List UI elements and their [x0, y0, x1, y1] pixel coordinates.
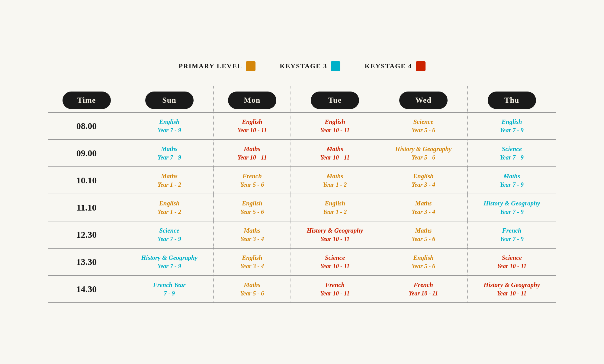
year-range: Year 7 - 9 [471, 236, 553, 243]
schedule-cell-r1-c3: History & GeographyYear 5 - 6 [379, 140, 467, 167]
day-pill-sun: Sun [145, 92, 194, 109]
legend-color-box-0 [246, 61, 255, 71]
day-pill-wed: Wed [399, 92, 448, 109]
schedule-cell-r5-c3: EnglishYear 5 - 6 [379, 248, 467, 275]
subject-name: History & Geography [471, 281, 553, 289]
year-range: Year 3 - 4 [217, 236, 288, 243]
legend-label-1: KEYSTAGE 3 [280, 62, 327, 70]
subject-name: French [217, 172, 288, 180]
year-range: Year 3 - 4 [382, 181, 464, 188]
subject-name: Science [128, 227, 210, 234]
year-range: 7 - 9 [128, 290, 210, 297]
schedule-cell-r1-c2: MathsYear 10 - 11 [291, 140, 379, 167]
year-range: Year 7 - 9 [128, 154, 210, 161]
schedule-cell-r6-c0: French Year7 - 9 [125, 275, 214, 303]
year-range: Year 10 - 11 [294, 236, 376, 243]
schedule-cell-r6-c2: FrenchYear 10 - 11 [291, 275, 379, 303]
year-range: Year 5 - 6 [382, 127, 464, 134]
subject-name: History & Geography [382, 145, 464, 153]
schedule-cell-r2-c0: MathsYear 1 - 2 [125, 167, 214, 194]
subject-name: History & Geography [128, 254, 210, 262]
table-row: 10.10MathsYear 1 - 2FrenchYear 5 - 6Math… [48, 167, 556, 194]
time-cell-2: 10.10 [48, 167, 125, 194]
schedule-cell-r3-c0: EnglishYear 1 - 2 [125, 194, 214, 221]
table-row: 09.00MathsYear 7 - 9MathsYear 10 - 11Mat… [48, 140, 556, 167]
subject-name: English [217, 118, 288, 126]
day-pill-thu: Thu [488, 92, 536, 109]
time-cell-4: 12.30 [48, 221, 125, 248]
year-range: Year 5 - 6 [382, 154, 464, 161]
schedule-cell-r1-c1: MathsYear 10 - 11 [214, 140, 291, 167]
subject-name: French [382, 281, 464, 289]
legend: PRIMARY LEVELKEYSTAGE 3KEYSTAGE 4 [48, 61, 556, 71]
page-container: PRIMARY LEVELKEYSTAGE 3KEYSTAGE 4 TimeSu… [30, 49, 574, 315]
year-range: Year 7 - 9 [128, 236, 210, 243]
header-time: Time [48, 86, 125, 112]
subject-name: French Year [128, 281, 210, 289]
legend-color-box-2 [416, 61, 426, 71]
schedule-cell-r2-c3: EnglishYear 3 - 4 [379, 167, 467, 194]
subject-name: English [217, 254, 288, 262]
legend-item-1: KEYSTAGE 3 [280, 61, 340, 71]
year-range: Year 3 - 4 [382, 208, 464, 215]
year-range: Year 10 - 11 [471, 263, 553, 270]
subject-name: Maths [382, 227, 464, 234]
schedule-cell-r4-c0: ScienceYear 7 - 9 [125, 221, 214, 248]
schedule-cell-r0-c2: EnglishYear 10 - 11 [291, 112, 379, 140]
schedule-cell-r3-c1: EnglishYear 5 - 6 [214, 194, 291, 221]
subject-name: English [382, 254, 464, 262]
year-range: Year 7 - 9 [471, 208, 553, 215]
subject-name: English [471, 118, 553, 126]
legend-label-2: KEYSTAGE 4 [365, 62, 412, 70]
subject-name: English [128, 200, 210, 207]
day-pill-time: Time [63, 92, 111, 109]
subject-name: English [294, 118, 376, 126]
schedule-cell-r3-c3: MathsYear 3 - 4 [379, 194, 467, 221]
day-pill-mon: Mon [228, 92, 276, 109]
time-cell-6: 14.30 [48, 275, 125, 303]
table-row: 14.30French Year7 - 9MathsYear 5 - 6Fren… [48, 275, 556, 303]
header-wed: Wed [379, 86, 467, 112]
subject-name: Maths [217, 145, 288, 153]
subject-name: Maths [128, 172, 210, 180]
year-range: Year 10 - 11 [294, 263, 376, 270]
year-range: Year 1 - 2 [128, 208, 210, 215]
subject-name: Maths [382, 200, 464, 207]
year-range: Year 7 - 9 [471, 181, 553, 188]
header-tue: Tue [291, 86, 379, 112]
schedule-cell-r6-c4: History & GeographyYear 10 - 11 [467, 275, 556, 303]
year-range: Year 5 - 6 [217, 181, 288, 188]
schedule-cell-r0-c1: EnglishYear 10 - 11 [214, 112, 291, 140]
subject-name: Science [471, 145, 553, 153]
schedule-cell-r4-c2: History & GeographyYear 10 - 11 [291, 221, 379, 248]
subject-name: History & Geography [471, 200, 553, 207]
schedule-cell-r5-c0: History & GeographyYear 7 - 9 [125, 248, 214, 275]
subject-name: Maths [217, 281, 288, 289]
subject-name: Maths [217, 227, 288, 234]
time-cell-0: 08.00 [48, 112, 125, 140]
schedule-cell-r2-c1: FrenchYear 5 - 6 [214, 167, 291, 194]
schedule-cell-r6-c3: FrenchYear 10 - 11 [379, 275, 467, 303]
subject-name: French [294, 281, 376, 289]
subject-name: History & Geography [294, 227, 376, 234]
subject-name: English [294, 200, 376, 207]
schedule-cell-r1-c4: ScienceYear 7 - 9 [467, 140, 556, 167]
subject-name: French [471, 227, 553, 234]
table-row: 08.00EnglishYear 7 - 9EnglishYear 10 - 1… [48, 112, 556, 140]
schedule-cell-r0-c4: EnglishYear 7 - 9 [467, 112, 556, 140]
schedule-cell-r3-c4: History & GeographyYear 7 - 9 [467, 194, 556, 221]
legend-item-2: KEYSTAGE 4 [365, 61, 425, 71]
year-range: Year 1 - 2 [294, 181, 376, 188]
schedule-table: TimeSunMonTueWedThu08.00EnglishYear 7 - … [48, 86, 556, 303]
schedule-cell-r2-c2: MathsYear 1 - 2 [291, 167, 379, 194]
year-range: Year 7 - 9 [471, 154, 553, 161]
legend-item-0: PRIMARY LEVEL [178, 61, 255, 71]
subject-name: Maths [471, 172, 553, 180]
schedule-cell-r4-c3: MathsYear 5 - 6 [379, 221, 467, 248]
legend-color-box-1 [331, 61, 340, 71]
year-range: Year 10 - 11 [294, 290, 376, 297]
subject-name: Maths [128, 145, 210, 153]
year-range: Year 10 - 11 [382, 290, 464, 297]
schedule-cell-r1-c0: MathsYear 7 - 9 [125, 140, 214, 167]
header-thu: Thu [467, 86, 556, 112]
